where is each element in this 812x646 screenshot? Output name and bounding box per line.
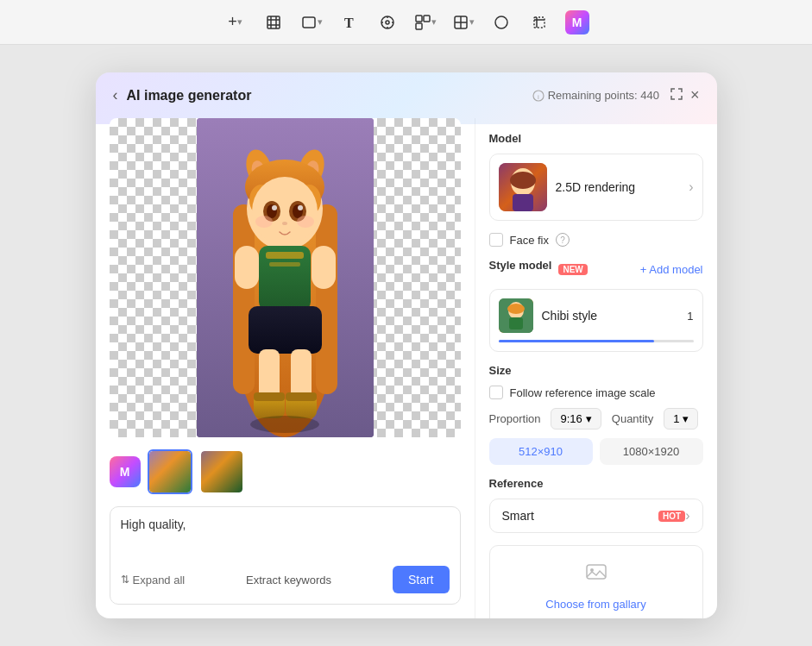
style-card-top: Chibi style 1 <box>499 298 694 333</box>
model-card[interactable]: 2.5D rendering › <box>489 154 703 221</box>
pen-icon[interactable] <box>375 10 400 34</box>
expand-button[interactable] <box>670 87 683 104</box>
svg-point-51 <box>297 216 314 228</box>
image-upload-icon <box>584 560 608 584</box>
svg-point-47 <box>272 205 277 210</box>
svg-rect-15 <box>416 23 422 29</box>
proportion-dropdown[interactable]: 9:16 ▾ <box>551 408 601 430</box>
thumb-2-preview <box>201 451 242 492</box>
text-icon[interactable]: T <box>337 10 362 34</box>
new-badge: NEW <box>558 264 587 275</box>
svg-rect-53 <box>266 252 304 259</box>
svg-rect-56 <box>312 246 336 289</box>
chibi-svg <box>197 118 374 437</box>
svg-point-50 <box>255 216 273 228</box>
face-fix-checkbox[interactable] <box>489 233 503 247</box>
left-panel: M High quality, ⇅ Expand all <box>96 118 475 618</box>
style-slider-fill <box>499 340 655 342</box>
reference-label: Reference <box>489 477 703 490</box>
reference-section: Reference Smart HOT › <box>489 477 703 533</box>
info-icon: i <box>532 90 544 102</box>
add-model-button[interactable]: + Add model <box>640 263 703 276</box>
thumb-1[interactable] <box>148 449 192 494</box>
upload-area: Choose from gallary or Upload local imag… <box>489 545 703 618</box>
res-1080-button[interactable]: 1080×1920 <box>600 438 703 465</box>
thumbnail-row: M <box>110 446 461 498</box>
canvas-area: ‹ AI image generator i Remaining points:… <box>0 45 812 646</box>
style-slider-track[interactable] <box>499 340 694 342</box>
shape-icon[interactable]: ▾ <box>413 10 437 34</box>
right-panel: Model <box>475 118 717 618</box>
reference-card[interactable]: Smart HOT › <box>489 499 703 533</box>
help-icon[interactable]: ? <box>556 233 570 247</box>
svg-rect-0 <box>268 16 280 28</box>
face-fix-label: Face fix <box>510 234 550 247</box>
svg-text:T: T <box>344 16 354 30</box>
quantity-dropdown[interactable]: 1 ▾ <box>664 408 698 430</box>
svg-text:i: i <box>538 93 539 101</box>
prompt-box[interactable]: High quality, ⇅ Expand all Extract keywo… <box>110 506 461 605</box>
image-preview <box>110 118 461 437</box>
dialog-title: AI image generator <box>127 88 532 103</box>
svg-rect-68 <box>513 194 533 211</box>
model-arrow-icon: › <box>689 179 693 195</box>
ai-thumb-icon[interactable]: M <box>110 456 141 487</box>
svg-rect-28 <box>316 204 337 394</box>
follow-ref-row: Follow reference image scale <box>489 386 703 399</box>
model-section-label: Model <box>489 132 703 145</box>
svg-point-71 <box>507 304 525 314</box>
follow-ref-checkbox[interactable] <box>489 386 503 399</box>
extract-keywords-button[interactable]: Extract keywords <box>239 570 338 590</box>
smart-label: Smart <box>502 509 654 523</box>
crop-icon[interactable] <box>527 10 551 34</box>
start-button[interactable]: Start <box>393 566 450 593</box>
svg-rect-63 <box>286 392 317 401</box>
resolution-buttons: 512×910 1080×1920 <box>489 438 703 465</box>
proportion-row: Proportion 9:16 ▾ Quantity 1 ▾ <box>489 408 703 430</box>
rect-icon[interactable]: ▾ <box>299 10 324 34</box>
prompt-actions: ⇅ Expand all Extract keywords Start <box>121 566 450 593</box>
dialog-body: M High quality, ⇅ Expand all <box>96 118 717 618</box>
grid-icon[interactable]: ▾ <box>451 10 475 34</box>
expand-all-button[interactable]: ⇅ Expand all <box>121 574 186 586</box>
reference-arrow-icon: › <box>685 508 689 524</box>
svg-rect-14 <box>424 16 430 22</box>
style-name: Chibi style <box>542 309 679 323</box>
prompt-text[interactable]: High quality, <box>121 517 450 559</box>
svg-point-64 <box>250 416 319 433</box>
svg-rect-72 <box>509 317 523 329</box>
add-icon[interactable]: +▾ <box>223 10 248 34</box>
quantity-label: Quantity <box>612 412 653 425</box>
svg-rect-73 <box>587 565 606 579</box>
follow-ref-label: Follow reference image scale <box>510 386 656 399</box>
svg-rect-20 <box>534 17 544 28</box>
dialog-header: ‹ AI image generator i Remaining points:… <box>96 72 717 118</box>
circle-icon[interactable] <box>489 10 513 34</box>
style-model-label: Style model <box>489 259 552 272</box>
model-thumbnail <box>499 163 547 211</box>
generated-image <box>197 118 374 437</box>
back-button[interactable]: ‹ <box>113 86 118 104</box>
hot-badge: HOT <box>658 511 685 522</box>
close-button[interactable]: × <box>690 86 700 104</box>
style-thumb-image <box>499 298 533 333</box>
upload-or-text: or <box>504 615 689 618</box>
thumb-2[interactable] <box>199 449 244 494</box>
upload-gallery-link[interactable]: Choose from gallary <box>504 596 689 612</box>
style-thumbnail <box>499 298 533 333</box>
svg-rect-54 <box>269 262 300 267</box>
proportion-label: Proportion <box>489 412 541 425</box>
svg-rect-62 <box>254 392 285 401</box>
size-label: Size <box>489 364 703 377</box>
brand-icon[interactable]: M <box>565 10 589 34</box>
points-display: i Remaining points: 440 <box>532 89 659 102</box>
svg-point-42 <box>252 177 318 246</box>
size-section: Size Follow reference image scale Propor… <box>489 364 703 465</box>
svg-point-7 <box>381 16 393 28</box>
res-512-button[interactable]: 512×910 <box>489 438 593 465</box>
style-card: Chibi style 1 <box>489 289 703 352</box>
frame-icon[interactable] <box>261 10 286 34</box>
face-fix-row: Face fix ? <box>489 233 703 247</box>
toolbar: +▾ ▾ T ▾ ▾ M <box>0 0 812 45</box>
svg-rect-13 <box>416 16 422 22</box>
